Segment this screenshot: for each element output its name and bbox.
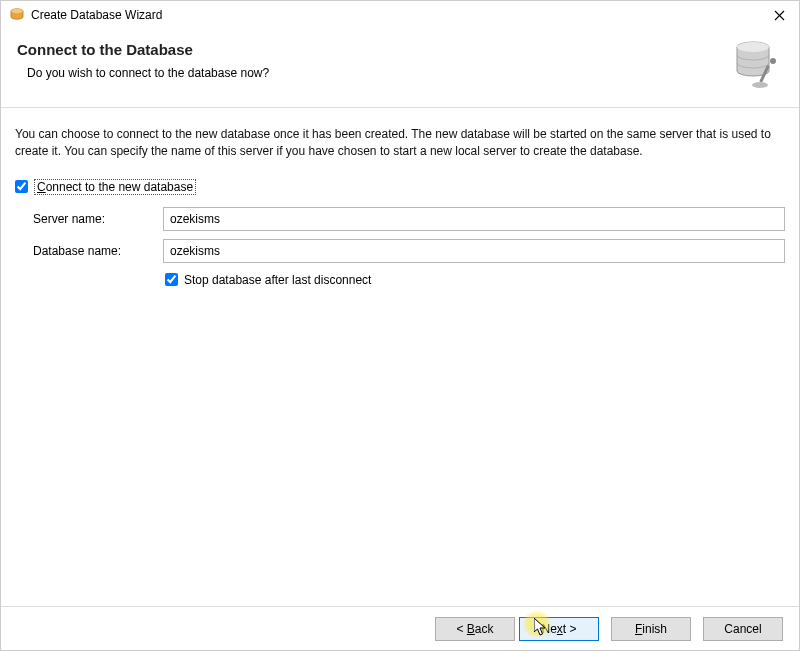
connect-checkbox-label[interactable]: Connect to the new database	[34, 179, 196, 195]
database-name-label: Database name:	[33, 244, 163, 258]
finish-button[interactable]: Finish	[611, 617, 691, 641]
database-name-row: Database name:	[15, 239, 785, 263]
description-text: You can choose to connect to the new dat…	[15, 126, 785, 161]
stop-database-checkbox[interactable]	[165, 273, 178, 286]
nav-button-group: < Back Next >	[435, 617, 599, 641]
window-title: Create Database Wizard	[31, 8, 767, 22]
database-icon	[723, 37, 783, 93]
svg-point-7	[752, 82, 768, 88]
server-name-label: Server name:	[33, 212, 163, 226]
stop-database-label[interactable]: Stop database after last disconnect	[184, 273, 371, 287]
connect-checkbox-row: Connect to the new database	[15, 179, 785, 195]
svg-point-8	[770, 58, 776, 64]
back-button[interactable]: < Back	[435, 617, 515, 641]
database-name-input[interactable]	[163, 239, 785, 263]
stop-checkbox-row: Stop database after last disconnect	[165, 273, 785, 287]
next-button[interactable]: Next >	[519, 617, 599, 641]
connect-checkbox[interactable]	[15, 180, 28, 193]
page-subtitle: Do you wish to connect to the database n…	[27, 66, 711, 80]
titlebar: Create Database Wizard	[1, 1, 799, 29]
close-button[interactable]	[767, 3, 791, 27]
app-icon	[9, 7, 25, 23]
server-name-input[interactable]	[163, 207, 785, 231]
svg-point-5	[737, 42, 769, 52]
button-bar: < Back Next > Finish Cancel	[1, 606, 799, 650]
wizard-header: Connect to the Database Do you wish to c…	[1, 29, 799, 108]
wizard-content: You can choose to connect to the new dat…	[1, 108, 799, 309]
page-title: Connect to the Database	[17, 41, 711, 58]
cancel-button[interactable]: Cancel	[703, 617, 783, 641]
server-name-row: Server name:	[15, 207, 785, 231]
svg-point-1	[11, 9, 23, 13]
